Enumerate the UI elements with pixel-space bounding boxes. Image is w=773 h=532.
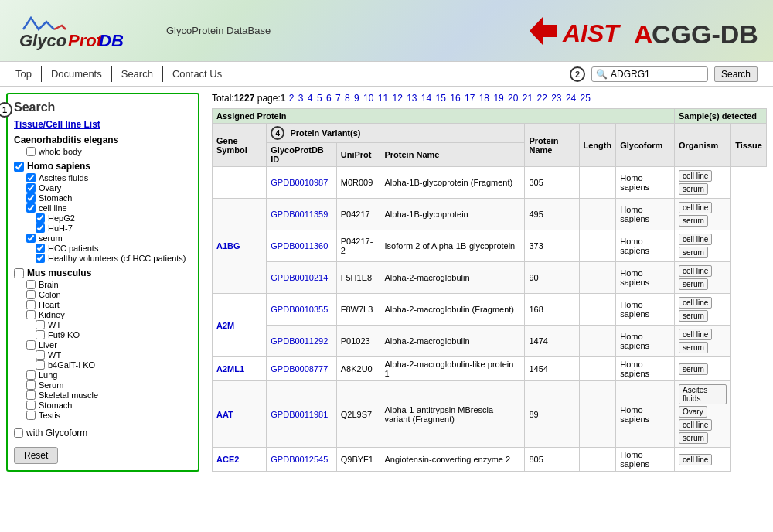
- tissue-stomach-hs-checkbox[interactable]: [26, 193, 36, 203]
- tissue-fut9-checkbox[interactable]: [36, 330, 45, 339]
- tissue-wt2-checkbox[interactable]: [36, 350, 45, 360]
- page-link-17[interactable]: 17: [465, 93, 475, 104]
- gpdb-link[interactable]: GPDB0010355: [271, 305, 328, 314]
- page-link-14[interactable]: 14: [421, 93, 431, 104]
- table-row: GPDB0011292P01023Alpha-2-macroglobulin14…: [213, 326, 767, 357]
- tissue-cell-line-checkbox[interactable]: [26, 203, 36, 213]
- page-link-9[interactable]: 9: [354, 93, 359, 104]
- page-link-24[interactable]: 24: [566, 93, 576, 104]
- page-link-16[interactable]: 16: [450, 93, 460, 104]
- circle-4: 4: [271, 126, 284, 140]
- gene-link[interactable]: A1BG: [216, 241, 240, 251]
- page-link-25[interactable]: 25: [581, 93, 591, 104]
- page-link-8[interactable]: 8: [345, 93, 350, 104]
- nav-documents[interactable]: Documents: [42, 66, 112, 82]
- cell-organism: Homo sapiens: [616, 357, 675, 381]
- page-link-21[interactable]: 21: [523, 93, 533, 104]
- tissue-huh7: HuH-7: [14, 223, 192, 233]
- tissue-brain-checkbox[interactable]: [26, 280, 36, 289]
- tissue-hcc-checkbox[interactable]: [36, 244, 45, 253]
- gpdb-link[interactable]: GPDB0008777: [271, 364, 328, 373]
- sample-badge: cell line: [679, 297, 712, 309]
- page-link-13[interactable]: 13: [407, 93, 417, 104]
- page-link-6[interactable]: 6: [326, 93, 332, 104]
- tissue-heart-checkbox[interactable]: [26, 300, 36, 309]
- th-glycoprotdb-id: GlycoProtDB ID: [267, 143, 336, 167]
- tissue-hepg2: HepG2: [14, 213, 192, 223]
- gene-link[interactable]: AAT: [216, 410, 233, 419]
- table-row: A1BGGPDB0011359P04217Alpha-1B-glycoprote…: [213, 199, 767, 230]
- tissue-kidney-checkbox[interactable]: [26, 310, 36, 319]
- th-organism: Organism: [675, 124, 731, 167]
- page-link-5[interactable]: 5: [317, 93, 322, 104]
- page-link-15[interactable]: 15: [436, 93, 446, 104]
- cell-organism: Homo sapiens: [616, 167, 675, 199]
- tissue-serum-mus-checkbox[interactable]: [26, 380, 36, 390]
- cell-uniprot: P04217-2: [336, 230, 380, 262]
- tissue-stomach-mus: Stomach: [14, 401, 192, 410]
- search-button[interactable]: Search: [714, 66, 758, 82]
- tissue-stomach-mus-checkbox[interactable]: [26, 401, 36, 410]
- tissue-heart: Heart: [14, 300, 192, 309]
- tissue-lung-checkbox[interactable]: [26, 370, 36, 380]
- tissue-liver-checkbox[interactable]: [26, 340, 36, 350]
- tissue-serum-checkbox[interactable]: [26, 234, 36, 243]
- gpdb-link[interactable]: GPDB0010987: [271, 178, 328, 187]
- sample-badge: cell line: [679, 454, 712, 466]
- tissue-huh7-checkbox[interactable]: [36, 223, 45, 233]
- cell-glycoform: [579, 326, 616, 357]
- gene-link[interactable]: ACE2: [216, 455, 239, 464]
- gpdb-link[interactable]: GPDB0011359: [271, 210, 328, 219]
- reset-button[interactable]: Reset: [14, 447, 58, 464]
- cell-protein-name: Angiotensin-converting enzyme 2: [380, 448, 525, 472]
- total-count: 1227: [234, 93, 255, 104]
- cell-length: 90: [525, 262, 579, 294]
- search-input[interactable]: [611, 69, 703, 80]
- gene-link[interactable]: A2ML1: [216, 364, 244, 373]
- cell-organism: Homo sapiens: [616, 199, 675, 230]
- gpdb-link[interactable]: GPDB0011981: [271, 410, 328, 419]
- page-link-7[interactable]: 7: [335, 93, 341, 104]
- page-link-11[interactable]: 11: [378, 93, 388, 104]
- page-link-19[interactable]: 19: [493, 93, 503, 104]
- cell-glycoform: [579, 357, 616, 381]
- tissue-skeletal-checkbox[interactable]: [26, 390, 36, 400]
- tissue-colon-checkbox[interactable]: [26, 290, 36, 299]
- glycoform-checkbox[interactable]: [14, 428, 23, 438]
- cell-uniprot: A8K2U0: [336, 357, 380, 381]
- page-link-2[interactable]: 2: [289, 93, 295, 104]
- svg-text:Prot: Prot: [68, 31, 104, 50]
- cell-length: 495: [525, 199, 579, 230]
- page-link-10[interactable]: 10: [363, 93, 373, 104]
- gene-link[interactable]: A2M: [216, 321, 234, 330]
- species-mus-checkbox[interactable]: [14, 268, 24, 278]
- th-glycoform: Glycoform: [616, 124, 675, 167]
- tissue-whole-body-checkbox[interactable]: [26, 147, 36, 156]
- nav-contact[interactable]: Contact Us: [163, 66, 231, 82]
- nav-top[interactable]: Top: [15, 66, 42, 82]
- tissue-lung: Lung: [14, 370, 192, 380]
- species-homo-checkbox[interactable]: [14, 162, 24, 172]
- tissue-ovary-checkbox[interactable]: [26, 183, 36, 193]
- page-link-23[interactable]: 23: [551, 93, 561, 104]
- cell-glycoform: [579, 167, 616, 199]
- tissue-testis-checkbox[interactable]: [26, 411, 36, 420]
- nav-search[interactable]: Search: [112, 66, 163, 82]
- page-link-3[interactable]: 3: [298, 93, 304, 104]
- gpdb-link[interactable]: GPDB0012545: [271, 455, 328, 464]
- tissue-colon: Colon: [14, 290, 192, 299]
- tissue-b4galt-checkbox[interactable]: [36, 360, 45, 370]
- tissue-hepg2-checkbox[interactable]: [36, 213, 45, 223]
- tissue-healthy-checkbox[interactable]: [36, 254, 45, 263]
- gpdb-link[interactable]: GPDB0011360: [271, 241, 328, 251]
- cell-length: 805: [525, 448, 579, 472]
- page-link-20[interactable]: 20: [508, 93, 518, 104]
- tissue-ascites-checkbox[interactable]: [26, 173, 36, 182]
- page-link-18[interactable]: 18: [479, 93, 489, 104]
- gpdb-link[interactable]: GPDB0010214: [271, 273, 328, 282]
- gpdb-link[interactable]: GPDB0011292: [271, 336, 328, 346]
- page-link-22[interactable]: 22: [536, 93, 547, 104]
- page-link-4[interactable]: 4: [308, 93, 313, 104]
- tissue-wt1-checkbox[interactable]: [36, 320, 45, 329]
- page-link-12[interactable]: 12: [392, 93, 402, 104]
